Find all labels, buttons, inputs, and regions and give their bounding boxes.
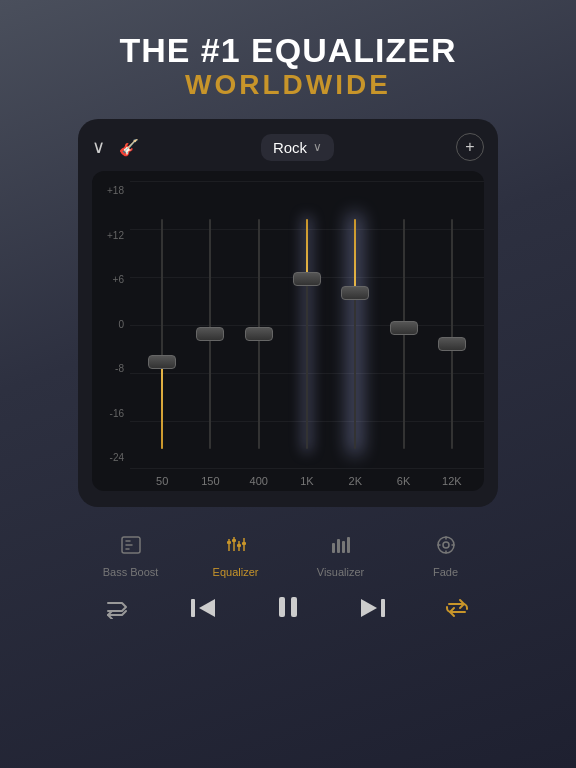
yaxis-label-n24: -24	[100, 452, 124, 463]
nav-fade[interactable]: Fade	[411, 533, 481, 578]
slider-2khz[interactable]	[337, 219, 373, 469]
yaxis-label-n16: -16	[100, 408, 124, 419]
slider-50hz[interactable]	[144, 219, 180, 469]
svg-rect-5	[227, 541, 231, 544]
yaxis-label-18: +18	[100, 185, 124, 196]
eq-sliders-area: 50 150 400 1K 2K 6K 12K	[130, 181, 484, 491]
svg-rect-17	[279, 597, 285, 617]
preset-label: Rock	[273, 139, 307, 156]
slider-150hz[interactable]	[192, 219, 228, 469]
svg-rect-20	[381, 599, 385, 617]
next-button[interactable]	[359, 596, 387, 626]
slider-6khz[interactable]	[386, 219, 422, 469]
svg-rect-16	[191, 599, 195, 617]
nav-equalizer[interactable]: Equalizer	[201, 533, 271, 578]
header: THE #1 EQUALIZER WORLDWIDE	[119, 0, 456, 119]
freq-2k: 2K	[337, 475, 373, 487]
svg-marker-15	[199, 599, 215, 617]
freq-150: 150	[192, 475, 228, 487]
yaxis-label-n8: -8	[100, 363, 124, 374]
bass-boost-icon	[119, 533, 143, 562]
nav-bass-boost-label: Bass Boost	[103, 566, 159, 578]
eq-topbar: ∨ 🎸 Rock ∨ +	[92, 133, 484, 161]
slider-12khz[interactable]	[434, 219, 470, 469]
nav-bass-boost[interactable]: Bass Boost	[96, 533, 166, 578]
svg-rect-12	[347, 537, 350, 553]
fade-icon	[434, 533, 458, 562]
svg-rect-10	[337, 539, 340, 553]
add-preset-button[interactable]: +	[456, 133, 484, 161]
svg-rect-7	[237, 544, 241, 547]
slider-1khz[interactable]	[289, 219, 325, 469]
svg-rect-11	[342, 541, 345, 553]
eq-yaxis: +18 +12 +6 0 -8 -16 -24	[92, 181, 130, 491]
eq-graph: +18 +12 +6 0 -8 -16 -24	[92, 171, 484, 491]
main-title: THE #1 EQUALIZER	[119, 32, 456, 69]
freq-400: 400	[241, 475, 277, 487]
equalizer-icon	[224, 533, 248, 562]
yaxis-label-12: +12	[100, 230, 124, 241]
preset-chevron-icon: ∨	[313, 140, 322, 154]
freq-1k: 1K	[289, 475, 325, 487]
svg-rect-8	[242, 542, 246, 545]
svg-rect-18	[291, 597, 297, 617]
sliders-row	[130, 181, 484, 469]
guitar-icon: 🎸	[119, 138, 139, 157]
yaxis-label-0: 0	[100, 319, 124, 330]
yaxis-label-6: +6	[100, 274, 124, 285]
nav-fade-label: Fade	[433, 566, 458, 578]
svg-rect-9	[332, 543, 335, 553]
slider-400hz[interactable]	[241, 219, 277, 469]
pause-button[interactable]	[273, 592, 303, 629]
nav-visualizer-label: Visualizer	[317, 566, 365, 578]
freq-labels: 50 150 400 1K 2K 6K 12K	[130, 469, 484, 491]
shuffle-button[interactable]	[106, 597, 132, 624]
nav-equalizer-label: Equalizer	[213, 566, 259, 578]
playback-bar	[78, 582, 498, 635]
preset-selector[interactable]: Rock ∨	[261, 134, 334, 161]
collapse-button[interactable]: ∨	[92, 136, 105, 158]
svg-point-14	[443, 542, 449, 548]
svg-marker-19	[361, 599, 377, 617]
svg-rect-6	[232, 539, 236, 542]
main-subtitle: WORLDWIDE	[119, 69, 456, 101]
freq-12k: 12K	[434, 475, 470, 487]
freq-6k: 6K	[386, 475, 422, 487]
visualizer-icon	[329, 533, 353, 562]
bottom-nav: Bass Boost Equalizer V	[78, 525, 498, 582]
previous-button[interactable]	[189, 596, 217, 626]
freq-50: 50	[144, 475, 180, 487]
eq-card: ∨ 🎸 Rock ∨ + +18 +12 +6 0 -8 -16 -24	[78, 119, 498, 507]
repeat-button[interactable]	[444, 595, 470, 626]
nav-visualizer[interactable]: Visualizer	[306, 533, 376, 578]
